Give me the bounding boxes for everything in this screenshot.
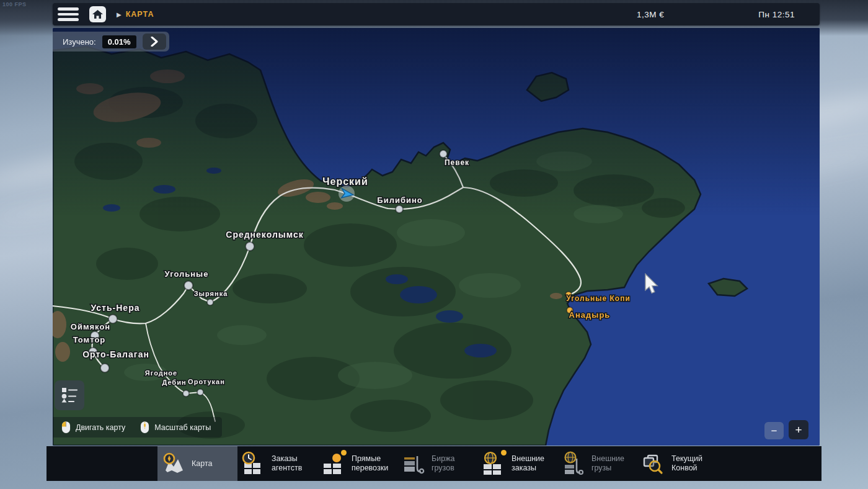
zoom-in-button[interactable]: + [789,420,808,439]
city-dot[interactable] [440,150,447,158]
city-dot[interactable] [207,299,213,305]
toolbar-item-label: Внешние заказы [512,454,555,473]
city-label: Билибино [377,195,422,205]
city-label: Угольные Копи [566,294,631,303]
time-display: Пн 12:51 [758,10,795,19]
toolbar-item-label: Биржа грузов [432,454,475,473]
city-label: Зырянка [194,290,228,297]
city-dot[interactable] [100,364,109,372]
convoy-icon [640,451,667,476]
explored-value: 0.01% [102,35,136,48]
city-label: Оймякон [71,322,110,331]
legend-icon [60,385,79,405]
world-map[interactable]: ЧерскийБилибиноПевекСреднеколымскУгольны… [53,28,820,446]
explored-panel: Изучено: 0.01% [53,32,169,52]
money-display: 1,3M € [637,10,664,19]
city-label: Дебин [162,379,186,386]
toolbar-item-label: Внешние грузы [591,454,635,473]
city-label: Черский [322,176,368,187]
notification-badge [501,450,507,455]
city-label: Оротукан [188,378,225,385]
breadcrumb[interactable]: КАРТА [126,10,154,19]
toolbar-item-convoy[interactable]: Текущий Конвой [637,446,717,481]
freight-market-icon [400,451,427,476]
city-dot[interactable] [246,242,254,251]
home-button[interactable] [89,6,106,22]
toolbar-item-ext-orders[interactable]: Внешние заказы [477,446,557,481]
hint-pan-label: Двигать карту [76,423,125,432]
notification-badge [341,450,347,455]
city-label: Усть-Нера [91,303,140,313]
toolbar-item-agency[interactable]: Заказы агентств [237,446,317,481]
city-label: Орто-Балаган [82,349,149,359]
toolbar-item-label: Карта [192,459,212,469]
clock-orders-icon [240,451,267,476]
city-label: Ягодное [145,369,177,377]
breadcrumb-chevron-icon: ▶ [117,11,122,18]
city-dot[interactable] [184,281,193,290]
hint-zoom: Масштаб карты [140,421,211,434]
player-position-marker[interactable] [339,186,355,202]
hint-pan: Двигать карту [61,421,125,434]
map-canvas[interactable]: ЧерскийБилибиноПевекСреднеколымскУгольны… [53,28,820,446]
home-icon [92,10,103,19]
toolbar-item-label: Заказы агентств [272,454,315,473]
city-dot[interactable] [183,390,189,397]
mouse-left-button-icon [61,421,71,434]
toolbar-item-label: Текущий Конвой [671,454,715,473]
city-label: Анадырь [569,310,611,320]
toolbar-item-label: Прямые перевозки [352,454,395,473]
city-label: Угольные [165,269,209,279]
city-marker[interactable]: Черский [322,176,368,187]
menu-button[interactable] [58,7,80,22]
map-icon [160,451,187,476]
external-freight-icon [560,451,587,476]
city-marker[interactable]: Ягодное [145,369,177,377]
zoom-out-button[interactable]: − [764,422,784,439]
hint-zoom-label: Масштаб карты [154,423,211,432]
city-label: Среднеколымск [226,230,303,240]
mouse-wheel-icon [140,421,149,434]
city-label: Томтор [73,335,106,344]
toolbar-item-ext-freight[interactable]: Внешние грузы [557,446,637,481]
toolbar-item-map[interactable]: Карта [157,446,237,481]
map-legend-button[interactable] [55,380,84,410]
city-dot[interactable] [396,205,403,213]
explored-expand-button[interactable] [143,34,166,50]
city-dot[interactable] [197,389,203,395]
fps-counter: 100 FPS [2,1,27,7]
city-label: Певек [445,158,469,167]
zoom-controls: − + [764,420,808,439]
toolbar-item-direct[interactable]: Прямые перевозки [317,446,397,481]
toolbar-item-market[interactable]: Биржа грузов [397,446,477,481]
map-hints: Двигать карту Масштаб карты [53,417,222,437]
top-bar: ▶ КАРТА 1,3M € Пн 12:51 [53,3,820,25]
chevron-right-icon [150,37,159,47]
bottom-toolbar: Карта Заказы агентств Прямые перевозки Б… [46,446,822,481]
explored-label: Изучено: [63,37,96,47]
